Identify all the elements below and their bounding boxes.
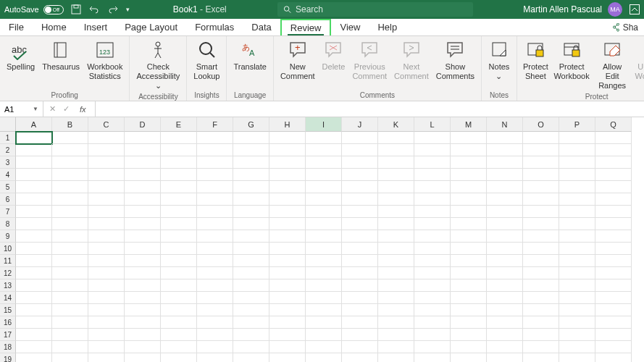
enter-formula-icon[interactable]: ✓ [63,104,70,114]
cell-B17[interactable] [52,329,88,341]
notes-button[interactable]: Notes⌄ [485,38,514,83]
cell-K18[interactable] [378,341,414,353]
column-header-E[interactable]: E [161,117,197,132]
cell-I12[interactable] [306,267,342,279]
column-header-L[interactable]: L [414,117,451,132]
cell-K3[interactable] [378,156,414,169]
cell-O16[interactable] [523,316,559,329]
cell-K16[interactable] [378,316,414,329]
cell-J17[interactable] [342,329,378,341]
cell-B12[interactable] [52,267,88,279]
cell-D4[interactable] [125,169,161,181]
cell-M1[interactable] [451,132,487,144]
cell-A16[interactable] [16,316,52,329]
cell-Q15[interactable] [595,304,632,316]
cell-K8[interactable] [378,218,414,230]
cell-C9[interactable] [88,230,125,243]
cell-J14[interactable] [342,292,378,304]
cell-J7[interactable] [342,206,378,218]
cell-K9[interactable] [378,230,414,243]
cell-B5[interactable] [52,181,88,193]
cell-F7[interactable] [197,206,233,218]
cell-A11[interactable] [16,255,52,267]
cell-P5[interactable] [559,181,595,193]
cell-P9[interactable] [559,230,595,243]
column-header-P[interactable]: P [559,117,595,132]
cell-A12[interactable] [16,267,52,279]
cell-Q11[interactable] [595,255,632,267]
cell-L2[interactable] [414,144,451,156]
cell-F13[interactable] [197,279,233,292]
cell-G6[interactable] [233,193,269,206]
cell-K12[interactable] [378,267,414,279]
cell-Q16[interactable] [595,316,632,329]
cell-Q1[interactable] [595,132,632,144]
cell-N3[interactable] [487,156,523,169]
cell-A10[interactable] [16,243,52,255]
cell-F18[interactable] [197,341,233,353]
cell-P4[interactable] [559,169,595,181]
cell-I11[interactable] [306,255,342,267]
cell-G5[interactable] [233,181,269,193]
cell-C17[interactable] [88,329,125,341]
cell-P2[interactable] [559,144,595,156]
cell-J3[interactable] [342,156,378,169]
cell-H1[interactable] [269,132,306,144]
row-header-8[interactable]: 8 [0,218,16,230]
cell-I13[interactable] [306,279,342,292]
cell-J6[interactable] [342,193,378,206]
cell-M4[interactable] [451,169,487,181]
column-header-Q[interactable]: Q [595,117,632,132]
cell-M18[interactable] [451,341,487,353]
cell-B8[interactable] [52,218,88,230]
cell-H10[interactable] [269,243,306,255]
translate-button[interactable]: あATranslate [230,38,269,73]
cell-E12[interactable] [161,267,197,279]
cell-F5[interactable] [197,181,233,193]
cell-J19[interactable] [342,353,378,362]
cell-O9[interactable] [523,230,559,243]
cell-K7[interactable] [378,206,414,218]
cell-Q5[interactable] [595,181,632,193]
name-box[interactable]: A1 ▼ [0,101,43,117]
cell-M9[interactable] [451,230,487,243]
cell-B14[interactable] [52,292,88,304]
chevron-down-icon[interactable]: ▼ [33,106,38,112]
cell-H13[interactable] [269,279,306,292]
tab-data[interactable]: Data [243,19,280,35]
cell-E8[interactable] [161,218,197,230]
cell-D14[interactable] [125,292,161,304]
cell-I7[interactable] [306,206,342,218]
cell-D13[interactable] [125,279,161,292]
cell-L8[interactable] [414,218,451,230]
cell-D12[interactable] [125,267,161,279]
row-header-7[interactable]: 7 [0,206,16,218]
cell-M10[interactable] [451,243,487,255]
column-header-D[interactable]: D [125,117,161,132]
cell-N2[interactable] [487,144,523,156]
cell-Q3[interactable] [595,156,632,169]
cell-Q2[interactable] [595,144,632,156]
cell-B6[interactable] [52,193,88,206]
cell-L17[interactable] [414,329,451,341]
cell-Q8[interactable] [595,218,632,230]
cell-C1[interactable] [88,132,125,144]
cell-P14[interactable] [559,292,595,304]
cell-H17[interactable] [269,329,306,341]
cell-L12[interactable] [414,267,451,279]
show-button[interactable]: ShowComments [432,38,478,83]
cell-A1[interactable] [16,132,52,144]
cell-M6[interactable] [451,193,487,206]
column-header-M[interactable]: M [451,117,487,132]
cell-P10[interactable] [559,243,595,255]
cell-A7[interactable] [16,206,52,218]
cell-D5[interactable] [125,181,161,193]
cell-P3[interactable] [559,156,595,169]
cell-O3[interactable] [523,156,559,169]
cell-B18[interactable] [52,341,88,353]
cell-F8[interactable] [197,218,233,230]
cell-D19[interactable] [125,353,161,362]
cell-D10[interactable] [125,243,161,255]
column-header-C[interactable]: C [88,117,125,132]
avatar[interactable]: MA [608,2,622,17]
